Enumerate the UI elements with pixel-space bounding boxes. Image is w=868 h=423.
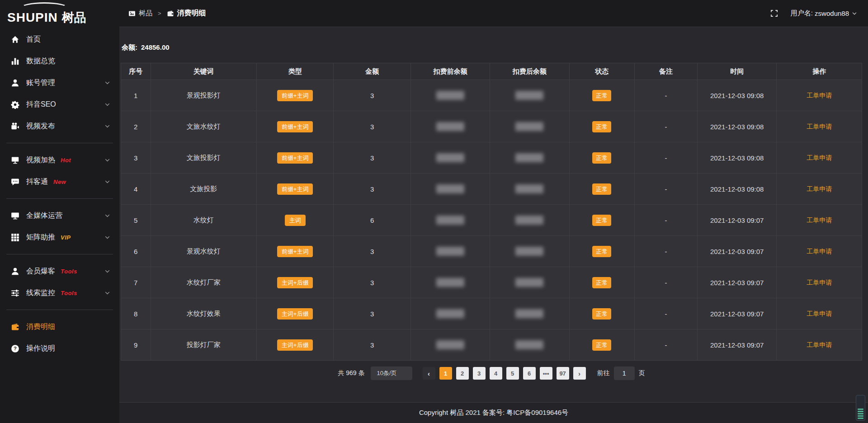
- sidebar-item-label: 全媒体运营: [26, 211, 62, 221]
- content-area: 余额:24856.00 序号关键词类型金额扣费前余额扣费后余额状态备注时间操作 …: [119, 27, 868, 402]
- cell-note: -: [634, 329, 697, 361]
- sidebar-item-account-management[interactable]: 账号管理: [0, 72, 119, 94]
- page-button-6[interactable]: 6: [523, 367, 536, 380]
- work-order-link[interactable]: 工单申请: [807, 185, 832, 193]
- sidebar-item-label: 抖音SEO: [26, 100, 56, 109]
- masked-value: [436, 122, 464, 131]
- goto-suffix: 页: [639, 369, 645, 377]
- masked-value: [515, 184, 543, 193]
- goto-page-input[interactable]: [614, 367, 635, 380]
- sidebar-item-data-overview[interactable]: 数据总览: [0, 50, 119, 72]
- page-size-select[interactable]: 10条/页: [371, 367, 412, 380]
- breadcrumb-item-root[interactable]: 树品: [139, 9, 152, 18]
- sidebar-item-consumption-detail[interactable]: 消费明细: [0, 316, 119, 338]
- sidebar-item-douketong[interactable]: 抖客通 New: [0, 171, 119, 193]
- cell-time: 2021-12-03 09:07: [698, 329, 777, 361]
- total-count: 共 969 条: [338, 369, 364, 377]
- sidebar-item-douyin-seo[interactable]: 抖音SEO: [0, 94, 119, 115]
- work-order-link[interactable]: 工单申请: [807, 154, 832, 161]
- cell-type: 主词+后缀: [256, 267, 333, 298]
- sidebar-item-operation-guide[interactable]: ? 操作说明: [0, 338, 119, 359]
- bar-chart-icon: [11, 57, 19, 66]
- question-icon: ?: [11, 344, 19, 353]
- page-button-1[interactable]: 1: [439, 367, 452, 380]
- work-order-link[interactable]: 工单申请: [807, 248, 832, 255]
- cell-amount: 3: [334, 174, 410, 205]
- svg-text:?: ?: [14, 346, 17, 351]
- cell-balance-after: [490, 267, 569, 298]
- cell-keyword: 水纹灯效果: [151, 298, 256, 329]
- masked-value: [515, 278, 543, 287]
- masked-value: [436, 184, 464, 193]
- work-order-link[interactable]: 工单申请: [807, 216, 832, 224]
- cell-balance-after: [490, 80, 569, 111]
- cell-type: 前缀+主词: [256, 111, 333, 142]
- chevron-down-icon: [104, 80, 110, 86]
- next-page-button[interactable]: ›: [573, 367, 586, 380]
- cell-keyword: 水纹灯: [151, 205, 256, 236]
- cell-action: 工单申请: [777, 174, 862, 205]
- page-ellipsis-button[interactable]: •••: [540, 367, 552, 380]
- page-button-4[interactable]: 4: [490, 367, 502, 380]
- column-header-type: 类型: [256, 63, 333, 80]
- cell-keyword: 景观投影灯: [151, 80, 256, 111]
- cell-amount: 3: [334, 329, 410, 361]
- cell-action: 工单申请: [777, 298, 862, 329]
- prev-page-button[interactable]: ‹: [423, 367, 435, 380]
- cell-amount: 3: [334, 142, 410, 174]
- main-column: 树品 > 消费明细 用户名: zswodun88 余额:24856.00: [119, 0, 868, 423]
- type-badge: 主词+后缀: [277, 277, 313, 288]
- sidebar-item-label: 线索监控: [26, 288, 55, 298]
- cell-type: 前缀+主词: [256, 80, 333, 111]
- work-order-link[interactable]: 工单申请: [807, 123, 832, 130]
- cell-balance-before: [410, 329, 490, 361]
- column-header-note: 备注: [634, 63, 697, 80]
- page-button-97[interactable]: 97: [557, 367, 569, 380]
- sidebar-divider: [6, 143, 113, 143]
- sidebar-item-badge: Hot: [61, 157, 71, 164]
- breadcrumb-item-current[interactable]: 消费明细: [177, 9, 206, 18]
- page-button-2[interactable]: 2: [456, 367, 469, 380]
- sidebar-item-matrix-boost[interactable]: 矩阵助推 VIP: [0, 226, 119, 248]
- masked-value: [515, 340, 543, 349]
- cell-type: 主词+后缀: [256, 298, 333, 329]
- cell-time: 2021-12-03 09:08: [698, 142, 777, 174]
- sidebar-item-badge: Tools: [61, 268, 77, 275]
- type-badge: 前缀+主词: [277, 183, 313, 195]
- work-order-link[interactable]: 工单申请: [807, 279, 832, 286]
- table-row: 3文旅投影灯前缀+主词3正常-2021-12-03 09:08工单申请: [121, 142, 862, 174]
- user-menu[interactable]: 用户名: zswodun88: [791, 9, 857, 18]
- indicator-bar: [858, 413, 863, 414]
- sidebar-item-member-baoke[interactable]: 会员爆客 Tools: [0, 260, 119, 282]
- sidebar-item-media-operation[interactable]: 全媒体运营: [0, 205, 119, 226]
- sidebar-item-lead-monitor[interactable]: 线索监控 Tools: [0, 282, 119, 304]
- table-row: 5水纹灯主词6正常-2021-12-03 09:07工单申请: [121, 205, 862, 236]
- masked-value: [436, 153, 464, 162]
- cell-type: 前缀+主词: [256, 236, 333, 267]
- sidebar-item-label: 会员爆客: [26, 267, 55, 276]
- work-order-link[interactable]: 工单申请: [807, 310, 832, 317]
- column-header-balance-after: 扣费后余额: [490, 63, 569, 80]
- chevron-down-icon: [104, 213, 110, 219]
- fullscreen-icon[interactable]: [770, 9, 778, 17]
- type-badge: 前缀+主词: [277, 152, 313, 164]
- work-order-link[interactable]: 工单申请: [807, 341, 832, 348]
- cell-num: 4: [121, 174, 151, 205]
- logo-text-cn: 树品: [62, 12, 86, 24]
- sidebar-item-badge: New: [53, 179, 66, 185]
- masked-value: [515, 216, 543, 225]
- sidebar-item-label: 首页: [26, 35, 41, 44]
- page-button-5[interactable]: 5: [506, 367, 519, 380]
- cell-balance-before: [410, 111, 490, 142]
- status-badge: 正常: [592, 308, 611, 320]
- sidebar-item-video-publish[interactable]: 视频发布: [0, 115, 119, 137]
- sidebar-item-video-heat[interactable]: 视频加热 Hot: [0, 149, 119, 171]
- page-button-3[interactable]: 3: [473, 367, 486, 380]
- scroll-indicator-widget: [856, 395, 865, 421]
- gear-icon: [11, 100, 19, 109]
- work-order-link[interactable]: 工单申请: [807, 92, 832, 99]
- logo[interactable]: SHUPIN 树品: [0, 0, 119, 27]
- sidebar-item-home[interactable]: 首页: [0, 28, 119, 50]
- masked-value: [515, 153, 543, 162]
- grid-icon: [11, 233, 19, 242]
